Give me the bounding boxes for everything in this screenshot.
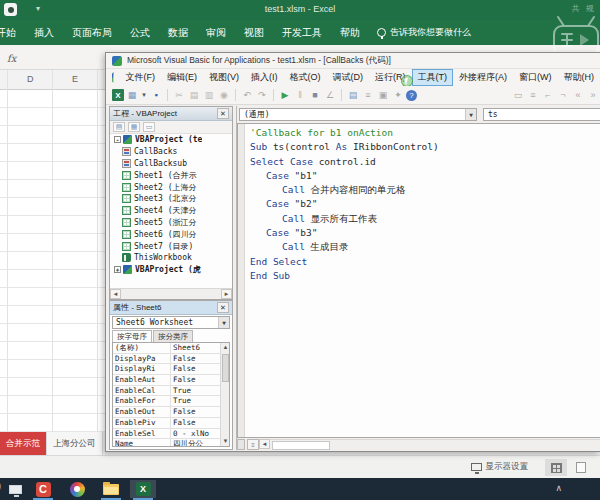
undo-icon[interactable]: ↶ [240, 88, 254, 102]
column-header-d[interactable]: D [27, 74, 34, 84]
object-browser-icon[interactable]: ▣ [376, 88, 390, 102]
ribbon-tab-7[interactable]: 开发工具 [273, 26, 331, 40]
ribbon-tab-0[interactable]: 开始 [0, 26, 25, 40]
tree-item-CallBacksub[interactable]: CallBacksub [110, 158, 232, 170]
redo-icon[interactable]: ↷ [255, 88, 269, 102]
ribbon-tab-6[interactable]: 视图 [235, 26, 273, 40]
code-line-10[interactable]: End Select [250, 256, 439, 270]
ribbon-tab-4[interactable]: 数据 [159, 26, 197, 40]
scroll-left-icon[interactable]: ◄ [110, 289, 121, 299]
run-icon[interactable]: ▶ [278, 88, 292, 102]
scrollbar-thumb[interactable] [272, 441, 330, 450]
code-line-1[interactable]: 'Callback for b1 onAction [250, 127, 439, 141]
code-line-3[interactable]: Select Case control.id [250, 156, 439, 170]
tab-categorized[interactable]: 按分类序 [153, 330, 193, 342]
vba-menu-D[interactable]: 调试(D) [327, 69, 370, 86]
tree-item-Sheet7[interactable]: Sheet7 (目录) [110, 240, 232, 252]
tree-item-Sheet5[interactable]: Sheet5 (浙江分 [110, 217, 232, 229]
code-line-9[interactable]: Call 生成目录 [250, 241, 439, 255]
code-horizontal-scrollbar[interactable]: ≡ ◄ [237, 438, 600, 450]
paste-icon[interactable]: ▥ [202, 88, 216, 102]
comment-block-icon[interactable]: ¬ [556, 88, 570, 102]
find-icon[interactable]: ◉ [217, 88, 231, 102]
help-icon[interactable]: ? [406, 90, 417, 101]
list-constants-icon[interactable]: ▭ [511, 88, 525, 102]
tree-item-Sheet2[interactable]: Sheet2 (上海分 [110, 181, 232, 193]
code-line-6[interactable]: Case "b2" [250, 198, 439, 212]
ribbon-tab-5[interactable]: 审阅 [197, 26, 235, 40]
tell-me-box[interactable]: 告诉我你想要做什么 [369, 26, 479, 39]
vba-menu-O[interactable]: 格式(O) [284, 69, 327, 86]
ribbon-tab-1[interactable]: 插入 [25, 26, 63, 40]
view-excel-icon[interactable]: X [112, 89, 124, 101]
normal-view-button[interactable] [545, 459, 567, 476]
vba-menu-T[interactable]: 工具(T) [412, 69, 454, 86]
file-explorer-icon[interactable] [98, 480, 124, 498]
toggle-folders-icon[interactable]: ▭ [143, 122, 155, 132]
code-margin-bar[interactable] [238, 124, 245, 437]
tree-item-CallBacks[interactable]: CallBacks [110, 146, 232, 158]
vba-menu-V[interactable]: 视图(V) [203, 69, 245, 86]
page-layout-view-button[interactable] [570, 459, 592, 476]
tree-item-Sheet6[interactable]: Sheet6 (四川分 [110, 228, 232, 240]
screen-recorder-icon[interactable] [2, 480, 28, 498]
view-code-icon[interactable]: ▤ [113, 122, 125, 132]
browser-wheel-icon[interactable] [64, 480, 90, 498]
vba-menu-A[interactable]: 外接程序(A) [453, 69, 513, 86]
reset-icon[interactable]: ■ [308, 88, 322, 102]
ribbon-tab-8[interactable]: 帮助 [331, 26, 369, 40]
collapse-icon[interactable]: - [114, 136, 121, 143]
property-row-EnableAut[interactable]: EnableAutFalse [113, 375, 229, 386]
vba-menu-F[interactable]: 文件(F) [120, 69, 162, 86]
tab-alphabetic[interactable]: 按字母序 [112, 330, 152, 342]
c-app-icon[interactable]: C [30, 480, 56, 498]
indent-icon[interactable]: « [571, 88, 585, 102]
project-explorer-icon[interactable]: ▤ [346, 88, 360, 102]
property-row-EnablePiv[interactable]: EnablePivFalse [113, 418, 229, 429]
code-line-2[interactable]: Sub ts(control As IRibbonControl) [250, 141, 439, 155]
chevron-down-icon[interactable]: ▼ [218, 317, 229, 328]
code-line-7[interactable]: Call 显示所有工作表 [250, 213, 439, 227]
toolbox-icon[interactable]: ✦ [391, 88, 405, 102]
sheet-tab-0[interactable]: 合并示范 [0, 432, 47, 455]
vba-menu-W[interactable]: 窗口(W) [513, 69, 558, 86]
chevron-down-icon[interactable]: ▼ [465, 109, 476, 120]
project-horizontal-scrollbar[interactable]: ◄ ► [110, 288, 232, 299]
property-row-EnableSel[interactable]: EnableSel0 - xlNo [113, 429, 229, 440]
insert-userform-icon[interactable]: ▦ [125, 88, 139, 102]
expand-icon[interactable]: + [114, 266, 121, 273]
vba-menu-E[interactable]: 编辑(E) [161, 69, 203, 86]
code-line-11[interactable]: End Sub [250, 270, 439, 284]
view-object-icon[interactable]: ▦ [128, 122, 140, 132]
object-selector-dropdown[interactable]: Sheet6 Worksheet ▼ [112, 316, 230, 329]
tree-item-VBAProjectte[interactable]: -VBAProject (te [110, 134, 232, 146]
procedure-dropdown[interactable]: ts [483, 108, 600, 121]
properties-scrollbar[interactable]: ▲ ▼ [220, 343, 229, 446]
property-row-EnableOut[interactable]: EnableOutFalse [113, 407, 229, 418]
property-row-EnableCal[interactable]: EnableCalTrue [113, 386, 229, 397]
vba-menu-H[interactable]: 帮助(H) [558, 69, 600, 86]
split-handle[interactable] [237, 439, 245, 450]
bookmark-icon[interactable]: ⌐ [541, 88, 555, 102]
design-mode-icon[interactable]: ∠ [323, 88, 337, 102]
close-icon[interactable]: ✕ [217, 302, 229, 313]
excel-app-icon[interactable]: X [130, 480, 156, 498]
column-header-e[interactable]: E [72, 74, 78, 84]
vba-menu-I[interactable]: 插入(I) [245, 69, 284, 86]
properties-window-icon[interactable]: ≡ [361, 88, 375, 102]
scrollbar-thumb[interactable] [222, 354, 229, 382]
code-line-5[interactable]: Call 合并内容相同的单元格 [250, 184, 439, 198]
quick-info-icon[interactable]: ≡ [526, 88, 540, 102]
scroll-up-icon[interactable]: ▲ [221, 343, 230, 352]
code-line-4[interactable]: Case "b1" [250, 170, 439, 184]
tree-item-Sheet4[interactable]: Sheet4 (天津分 [110, 205, 232, 217]
tree-item-Sheet3[interactable]: Sheet3 (北京分 [110, 193, 232, 205]
property-row-DisplayRi[interactable]: DisplayRiFalse [113, 364, 229, 375]
break-icon[interactable]: ‖ [293, 88, 307, 102]
property-row-DisplayPa[interactable]: DisplayPaFalse [113, 354, 229, 365]
ribbon-tab-3[interactable]: 公式 [121, 26, 159, 40]
scroll-down-icon[interactable]: ▼ [221, 437, 230, 446]
display-settings-button[interactable]: 显示器设置 [471, 461, 529, 473]
outdent-icon[interactable]: » [586, 88, 600, 102]
insert-caret-icon[interactable]: ▾ [140, 88, 148, 102]
